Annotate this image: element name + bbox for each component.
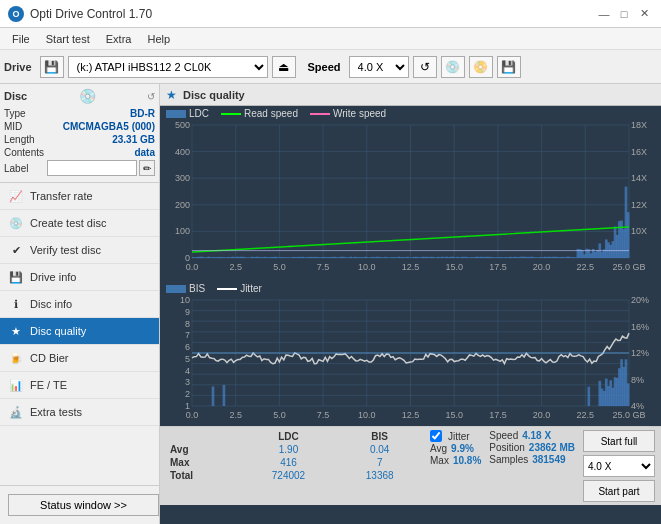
nav-disc-quality-label: Disc quality [30,325,86,337]
bis-label: BIS [189,283,205,294]
status-window-button[interactable]: Status window >> [8,494,159,516]
left-panel: Disc 💿 ↺ Type BD-R MID CMCMAGBA5 (000) L… [0,84,160,524]
total-bis: 13368 [337,469,422,482]
max-bis: 7 [337,456,422,469]
drive-info-icon: 💾 [8,269,24,285]
disc-info-icon: ℹ [8,296,24,312]
toolbar: Drive 💾 (k:) ATAPI iHBS112 2 CL0K ⏏ Spee… [0,50,661,84]
disc-type-label: Type [4,108,26,119]
nav-drive-info[interactable]: 💾 Drive info [0,264,159,291]
samples-label: Samples [489,454,528,465]
speed-value-row: Speed 4.18 X [489,430,575,441]
stats-max-row: Max 416 7 [166,456,422,469]
speed-select[interactable]: 4.0 X [349,56,409,78]
bis-color [166,285,186,293]
nav-cd-bier[interactable]: 🍺 CD Bier [0,345,159,372]
eject-button[interactable]: ⏏ [272,56,296,78]
legend-read-speed: Read speed [221,108,298,119]
nav-create-test-disc[interactable]: 💿 Create test disc [0,210,159,237]
bottom-chart-container: BIS Jitter [160,281,661,426]
save-button[interactable]: 💾 [497,56,521,78]
bottom-chart-legend: BIS Jitter [160,281,661,296]
speed-current-value: 4.18 X [522,430,551,441]
extra-tests-icon: 🔬 [8,404,24,420]
disc-label-input[interactable] [47,160,137,176]
position-row: Position 23862 MB [489,442,575,453]
read-speed-label: Read speed [244,108,298,119]
minimize-button[interactable]: — [595,5,613,23]
menu-help[interactable]: Help [139,31,178,47]
max-label: Max [166,456,240,469]
max-ldc: 416 [240,456,338,469]
speed-select-stats[interactable]: 4.0 X 2.0 X 8.0 X MAX [583,455,655,477]
start-full-button[interactable]: Start full [583,430,655,452]
speed-section: Speed 4.18 X Position 23862 MB Samples 3… [489,430,575,465]
disc-quality-header-icon: ★ [166,88,177,102]
speed-section-label: Speed [489,430,518,441]
position-label: Position [489,442,525,453]
nav-extra-tests[interactable]: 🔬 Extra tests [0,399,159,426]
col-bis: BIS [337,430,422,443]
nav-verify-test-disc[interactable]: ✔ Verify test disc [0,237,159,264]
buttons-section: Start full 4.0 X 2.0 X 8.0 X MAX Start p… [583,430,655,502]
ldc-color [166,110,186,118]
disc-button[interactable]: 💿 [441,56,465,78]
disc-length-value: 23.31 GB [112,134,155,145]
refresh-button[interactable]: ↺ [413,56,437,78]
maximize-button[interactable]: □ [615,5,633,23]
disc-mid-label: MID [4,121,22,132]
position-value: 23862 MB [529,442,575,453]
drive-icon-button[interactable]: 💾 [40,56,64,78]
disc-refresh-icon[interactable]: ↺ [147,91,155,102]
transfer-rate-icon: 📈 [8,188,24,204]
nav-fe-te[interactable]: 📊 FE / TE [0,372,159,399]
disc-section-title: Disc [4,90,27,102]
nav-extra-tests-label: Extra tests [30,406,82,418]
jitter-header-row: Jitter [430,430,481,442]
menu-extra[interactable]: Extra [98,31,140,47]
legend-bis: BIS [166,283,205,294]
avg-ldc: 1.90 [240,443,338,456]
disc-label-edit-button[interactable]: ✏ [139,160,155,176]
verify-test-disc-icon: ✔ [8,242,24,258]
start-part-button[interactable]: Start part [583,480,655,502]
nav-disc-quality[interactable]: ★ Disc quality [0,318,159,345]
menu-file[interactable]: File [4,31,38,47]
stats-avg-row: Avg 1.90 0.04 [166,443,422,456]
jitter-avg-value: 9.9% [451,443,474,454]
disc-type-value: BD-R [130,108,155,119]
nav-create-test-disc-label: Create test disc [30,217,106,229]
menu-start-test[interactable]: Start test [38,31,98,47]
samples-value: 381549 [532,454,565,465]
nav-verify-test-disc-label: Verify test disc [30,244,101,256]
jitter-max-label: Max [430,455,449,466]
main-content: Disc 💿 ↺ Type BD-R MID CMCMAGBA5 (000) L… [0,84,661,524]
right-panel: ★ Disc quality LDC Read speed [160,84,661,524]
write-speed-color [310,113,330,115]
nav-transfer-rate[interactable]: 📈 Transfer rate [0,183,159,210]
disc-type-row: Type BD-R [4,108,155,119]
jitter-max-value: 10.8% [453,455,481,466]
window-controls: — □ ✕ [595,5,653,23]
ldc-label: LDC [189,108,209,119]
nav-cd-bier-label: CD Bier [30,352,69,364]
close-button[interactable]: ✕ [635,5,653,23]
legend-jitter: Jitter [217,283,262,294]
disc-contents-value: data [134,147,155,158]
disc-contents-label: Contents [4,147,44,158]
disc-contents-row: Contents data [4,147,155,158]
speed-label: Speed [308,61,341,73]
top-chart-canvas [160,121,661,276]
nav-drive-info-label: Drive info [30,271,76,283]
nav-disc-info[interactable]: ℹ Disc info [0,291,159,318]
drive-select[interactable]: (k:) ATAPI iHBS112 2 CL0K [68,56,268,78]
media-button[interactable]: 📀 [469,56,493,78]
cd-bier-icon: 🍺 [8,350,24,366]
charts-area: LDC Read speed Write speed [160,106,661,524]
disc-mid-value: CMCMAGBA5 (000) [63,121,155,132]
col-ldc: LDC [240,430,338,443]
disc-quality-header: ★ Disc quality [160,84,661,106]
top-chart-container: LDC Read speed Write speed [160,106,661,281]
jitter-checkbox[interactable] [430,430,442,442]
disc-label-label: Label [4,163,28,174]
